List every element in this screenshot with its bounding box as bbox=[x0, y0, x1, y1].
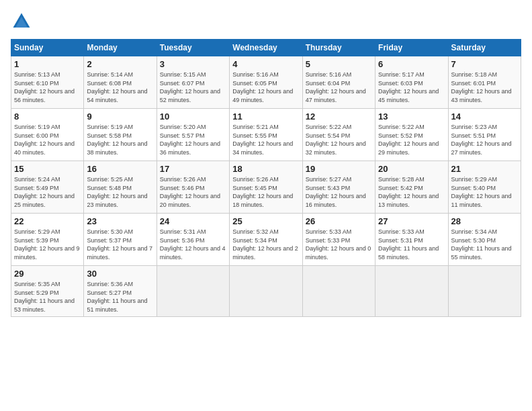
calendar-header: SundayMondayTuesdayWednesdayThursdayFrid… bbox=[11, 40, 521, 56]
day-number: 4 bbox=[232, 59, 299, 69]
day-info: Sunrise: 5:28 AM Sunset: 5:42 PM Dayligh… bbox=[378, 175, 445, 209]
calendar-cell: 11Sunrise: 5:21 AM Sunset: 5:55 PM Dayli… bbox=[230, 109, 302, 161]
calendar-cell: 26Sunrise: 5:33 AM Sunset: 5:33 PM Dayli… bbox=[302, 214, 375, 266]
weekday-header-tuesday: Tuesday bbox=[157, 40, 229, 56]
day-number: 3 bbox=[160, 59, 226, 69]
day-info: Sunrise: 5:19 AM Sunset: 5:58 PM Dayligh… bbox=[87, 123, 153, 156]
day-number: 30 bbox=[87, 269, 153, 279]
weekday-header-thursday: Thursday bbox=[302, 40, 375, 56]
calendar-week-1: 1Sunrise: 5:13 AM Sunset: 6:10 PM Daylig… bbox=[11, 56, 521, 109]
day-number: 27 bbox=[378, 216, 445, 226]
day-number: 10 bbox=[160, 111, 226, 122]
calendar-cell: 12Sunrise: 5:22 AM Sunset: 5:54 PM Dayli… bbox=[302, 109, 375, 161]
day-info: Sunrise: 5:33 AM Sunset: 5:33 PM Dayligh… bbox=[306, 228, 372, 261]
day-info: Sunrise: 5:26 AM Sunset: 5:45 PM Dayligh… bbox=[232, 175, 299, 209]
day-number: 15 bbox=[14, 164, 81, 174]
weekday-header-friday: Friday bbox=[375, 40, 448, 56]
day-number: 1 bbox=[14, 59, 81, 69]
calendar-cell: 4Sunrise: 5:16 AM Sunset: 6:05 PM Daylig… bbox=[230, 56, 302, 109]
day-number: 7 bbox=[451, 59, 518, 69]
day-info: Sunrise: 5:14 AM Sunset: 6:08 PM Dayligh… bbox=[87, 71, 153, 104]
calendar-cell: 17Sunrise: 5:26 AM Sunset: 5:46 PM Dayli… bbox=[157, 161, 229, 214]
day-info: Sunrise: 5:31 AM Sunset: 5:36 PM Dayligh… bbox=[160, 228, 226, 261]
day-info: Sunrise: 5:33 AM Sunset: 5:31 PM Dayligh… bbox=[378, 228, 445, 261]
calendar-cell bbox=[230, 266, 302, 317]
calendar-cell bbox=[302, 266, 375, 317]
day-info: Sunrise: 5:20 AM Sunset: 5:57 PM Dayligh… bbox=[160, 123, 226, 156]
calendar-cell: 30Sunrise: 5:36 AM Sunset: 5:27 PM Dayli… bbox=[84, 266, 157, 317]
calendar-cell bbox=[157, 266, 229, 317]
weekday-header-sunday: Sunday bbox=[11, 40, 84, 56]
day-number: 23 bbox=[87, 216, 153, 226]
day-info: Sunrise: 5:18 AM Sunset: 6:01 PM Dayligh… bbox=[451, 71, 518, 104]
calendar-cell: 23Sunrise: 5:30 AM Sunset: 5:37 PM Dayli… bbox=[84, 214, 157, 266]
calendar-cell: 29Sunrise: 5:35 AM Sunset: 5:29 PM Dayli… bbox=[11, 266, 84, 317]
calendar-cell: 22Sunrise: 5:29 AM Sunset: 5:39 PM Dayli… bbox=[11, 214, 84, 266]
calendar-cell: 28Sunrise: 5:34 AM Sunset: 5:30 PM Dayli… bbox=[448, 214, 521, 266]
calendar-cell: 15Sunrise: 5:24 AM Sunset: 5:49 PM Dayli… bbox=[11, 161, 84, 214]
calendar-cell: 21Sunrise: 5:29 AM Sunset: 5:40 PM Dayli… bbox=[448, 161, 521, 214]
day-number: 13 bbox=[378, 111, 445, 122]
day-info: Sunrise: 5:35 AM Sunset: 5:29 PM Dayligh… bbox=[14, 280, 81, 314]
calendar-cell: 5Sunrise: 5:16 AM Sunset: 6:04 PM Daylig… bbox=[302, 56, 375, 109]
calendar-cell: 10Sunrise: 5:20 AM Sunset: 5:57 PM Dayli… bbox=[157, 109, 229, 161]
header bbox=[11, 11, 521, 32]
day-number: 14 bbox=[451, 111, 518, 122]
calendar-cell bbox=[375, 266, 448, 317]
day-info: Sunrise: 5:26 AM Sunset: 5:46 PM Dayligh… bbox=[160, 175, 226, 209]
calendar-cell: 3Sunrise: 5:15 AM Sunset: 6:07 PM Daylig… bbox=[157, 56, 229, 109]
day-info: Sunrise: 5:24 AM Sunset: 5:49 PM Dayligh… bbox=[14, 175, 81, 209]
calendar-week-4: 22Sunrise: 5:29 AM Sunset: 5:39 PM Dayli… bbox=[11, 214, 521, 266]
day-info: Sunrise: 5:19 AM Sunset: 6:00 PM Dayligh… bbox=[14, 123, 81, 156]
calendar-cell bbox=[448, 266, 521, 317]
calendar-week-2: 8Sunrise: 5:19 AM Sunset: 6:00 PM Daylig… bbox=[11, 109, 521, 161]
calendar-body: 1Sunrise: 5:13 AM Sunset: 6:10 PM Daylig… bbox=[11, 56, 521, 317]
day-number: 19 bbox=[306, 164, 372, 174]
day-number: 2 bbox=[87, 59, 153, 69]
day-info: Sunrise: 5:15 AM Sunset: 6:07 PM Dayligh… bbox=[160, 71, 226, 104]
calendar-cell: 1Sunrise: 5:13 AM Sunset: 6:10 PM Daylig… bbox=[11, 56, 84, 109]
day-number: 17 bbox=[160, 164, 226, 174]
day-number: 8 bbox=[14, 111, 81, 122]
day-number: 26 bbox=[306, 216, 372, 226]
day-info: Sunrise: 5:17 AM Sunset: 6:03 PM Dayligh… bbox=[378, 71, 445, 104]
weekday-header-row: SundayMondayTuesdayWednesdayThursdayFrid… bbox=[11, 40, 521, 56]
day-info: Sunrise: 5:29 AM Sunset: 5:39 PM Dayligh… bbox=[14, 228, 81, 261]
day-number: 22 bbox=[14, 216, 81, 226]
logo bbox=[11, 11, 35, 32]
day-info: Sunrise: 5:21 AM Sunset: 5:55 PM Dayligh… bbox=[232, 123, 299, 156]
calendar-cell: 14Sunrise: 5:23 AM Sunset: 5:51 PM Dayli… bbox=[448, 109, 521, 161]
day-number: 12 bbox=[306, 111, 372, 122]
day-info: Sunrise: 5:16 AM Sunset: 6:05 PM Dayligh… bbox=[232, 71, 299, 104]
logo-icon bbox=[11, 11, 32, 32]
calendar-cell: 18Sunrise: 5:26 AM Sunset: 5:45 PM Dayli… bbox=[230, 161, 302, 214]
day-number: 6 bbox=[378, 59, 445, 69]
day-info: Sunrise: 5:13 AM Sunset: 6:10 PM Dayligh… bbox=[14, 71, 81, 104]
day-number: 21 bbox=[451, 164, 518, 174]
day-info: Sunrise: 5:22 AM Sunset: 5:52 PM Dayligh… bbox=[378, 123, 445, 156]
day-number: 18 bbox=[232, 164, 299, 174]
calendar-cell: 16Sunrise: 5:25 AM Sunset: 5:48 PM Dayli… bbox=[84, 161, 157, 214]
day-info: Sunrise: 5:29 AM Sunset: 5:40 PM Dayligh… bbox=[451, 175, 518, 209]
day-info: Sunrise: 5:23 AM Sunset: 5:51 PM Dayligh… bbox=[451, 123, 518, 156]
calendar-cell: 13Sunrise: 5:22 AM Sunset: 5:52 PM Dayli… bbox=[375, 109, 448, 161]
day-number: 20 bbox=[378, 164, 445, 174]
calendar-cell: 20Sunrise: 5:28 AM Sunset: 5:42 PM Dayli… bbox=[375, 161, 448, 214]
calendar-cell: 24Sunrise: 5:31 AM Sunset: 5:36 PM Dayli… bbox=[157, 214, 229, 266]
calendar-cell: 9Sunrise: 5:19 AM Sunset: 5:58 PM Daylig… bbox=[84, 109, 157, 161]
weekday-header-monday: Monday bbox=[84, 40, 157, 56]
calendar-cell: 19Sunrise: 5:27 AM Sunset: 5:43 PM Dayli… bbox=[302, 161, 375, 214]
day-info: Sunrise: 5:30 AM Sunset: 5:37 PM Dayligh… bbox=[87, 228, 153, 261]
day-info: Sunrise: 5:32 AM Sunset: 5:34 PM Dayligh… bbox=[232, 228, 299, 261]
calendar-cell: 7Sunrise: 5:18 AM Sunset: 6:01 PM Daylig… bbox=[448, 56, 521, 109]
day-number: 9 bbox=[87, 111, 153, 122]
calendar-table: SundayMondayTuesdayWednesdayThursdayFrid… bbox=[11, 39, 521, 317]
day-info: Sunrise: 5:36 AM Sunset: 5:27 PM Dayligh… bbox=[87, 280, 153, 314]
calendar-week-5: 29Sunrise: 5:35 AM Sunset: 5:29 PM Dayli… bbox=[11, 266, 521, 317]
day-info: Sunrise: 5:22 AM Sunset: 5:54 PM Dayligh… bbox=[306, 123, 372, 156]
calendar-week-3: 15Sunrise: 5:24 AM Sunset: 5:49 PM Dayli… bbox=[11, 161, 521, 214]
day-info: Sunrise: 5:25 AM Sunset: 5:48 PM Dayligh… bbox=[87, 175, 153, 209]
day-info: Sunrise: 5:34 AM Sunset: 5:30 PM Dayligh… bbox=[451, 228, 518, 261]
day-info: Sunrise: 5:27 AM Sunset: 5:43 PM Dayligh… bbox=[306, 175, 372, 209]
calendar-cell: 27Sunrise: 5:33 AM Sunset: 5:31 PM Dayli… bbox=[375, 214, 448, 266]
